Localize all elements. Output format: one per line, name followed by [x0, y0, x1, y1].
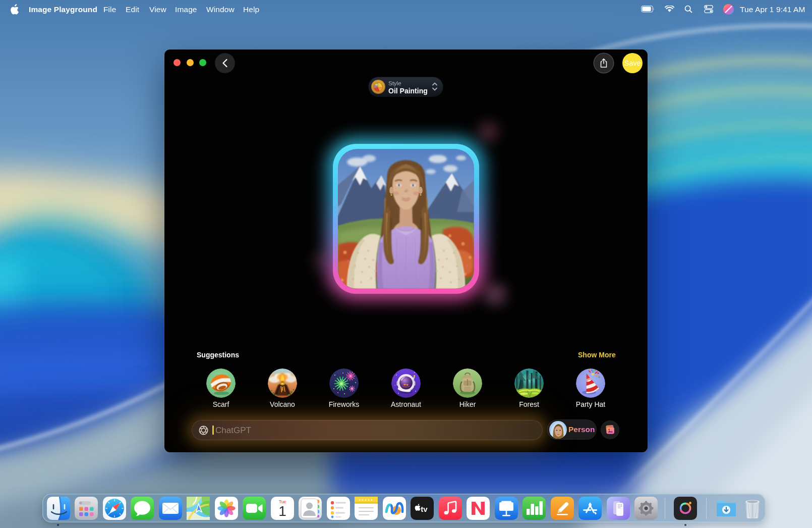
- svg-text:1: 1: [278, 503, 286, 519]
- svg-text:tv: tv: [421, 505, 428, 513]
